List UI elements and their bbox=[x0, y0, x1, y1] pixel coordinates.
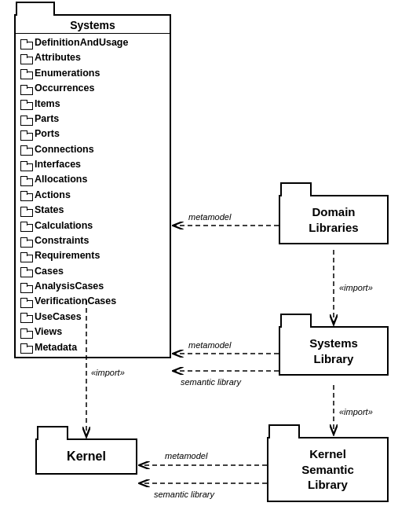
folder-icon bbox=[20, 145, 31, 153]
semantic-library-label-2: semantic library bbox=[154, 490, 216, 499]
folder-icon bbox=[20, 267, 31, 275]
list-item: VerificationCases bbox=[20, 294, 165, 309]
item-label: AnalysisCases bbox=[35, 279, 104, 294]
list-item: AnalysisCases bbox=[20, 279, 165, 294]
list-item: Metadata bbox=[20, 340, 165, 355]
item-label: Allocations bbox=[35, 172, 87, 187]
list-item: Items bbox=[20, 97, 165, 112]
import-label-1: «import» bbox=[339, 283, 373, 292]
metamodel-label-2: metamodel bbox=[188, 340, 232, 350]
folder-icon bbox=[20, 69, 31, 77]
item-label: Enumerations bbox=[35, 66, 100, 81]
systems-package-box: Systems DefinitionAndUsage Attributes En… bbox=[14, 14, 171, 358]
list-item: Parts bbox=[20, 112, 165, 127]
list-item: Occurrences bbox=[20, 81, 165, 96]
item-label: Occurrences bbox=[35, 81, 94, 96]
list-item: Ports bbox=[20, 127, 165, 141]
semantic-library-label-1: semantic library bbox=[181, 377, 243, 387]
list-item: Calculations bbox=[20, 218, 165, 233]
list-item: Allocations bbox=[20, 172, 165, 187]
folder-icon bbox=[20, 100, 31, 108]
metamodel-label-1: metamodel bbox=[188, 212, 232, 222]
kernel-tab bbox=[37, 426, 68, 440]
list-item: Connections bbox=[20, 142, 165, 157]
folder-icon bbox=[20, 191, 31, 199]
folder-icon bbox=[20, 130, 31, 138]
list-item: Interfaces bbox=[20, 157, 165, 172]
domain-libraries-tab bbox=[280, 182, 312, 196]
item-label: Actions bbox=[35, 188, 71, 203]
item-label: Items bbox=[35, 97, 60, 112]
domain-libraries-box: DomainLibraries bbox=[279, 195, 389, 244]
item-label: Metadata bbox=[35, 340, 77, 355]
systems-library-box: SystemsLibrary bbox=[279, 326, 389, 376]
folder-icon bbox=[20, 343, 31, 351]
systems-package-items: DefinitionAndUsage Attributes Enumeratio… bbox=[16, 34, 170, 357]
kernel-semantic-library-box: KernelSemanticLibrary bbox=[267, 437, 389, 502]
item-label: Connections bbox=[35, 142, 94, 157]
list-item: Attributes bbox=[20, 50, 165, 65]
item-label: Cases bbox=[35, 264, 64, 279]
item-label: Attributes bbox=[35, 50, 81, 65]
folder-icon bbox=[20, 237, 31, 245]
folder-icon bbox=[20, 176, 31, 184]
import-label-3: «import» bbox=[91, 368, 125, 377]
domain-libraries-title: DomainLibraries bbox=[280, 196, 387, 243]
list-item: Actions bbox=[20, 188, 165, 203]
list-item: States bbox=[20, 203, 165, 218]
folder-icon bbox=[20, 85, 31, 93]
list-item: Requirements bbox=[20, 248, 165, 263]
folder-icon bbox=[20, 283, 31, 291]
folder-icon bbox=[20, 313, 31, 321]
folder-icon bbox=[20, 161, 31, 169]
item-label: Calculations bbox=[35, 218, 93, 233]
systems-package-title: Systems bbox=[16, 16, 170, 34]
folder-icon bbox=[20, 39, 31, 47]
item-label: States bbox=[35, 203, 64, 218]
list-item: Enumerations bbox=[20, 66, 165, 81]
folder-icon bbox=[20, 54, 31, 62]
list-item: UseCases bbox=[20, 310, 165, 325]
item-label: Requirements bbox=[35, 248, 100, 263]
diagram: Systems DefinitionAndUsage Attributes En… bbox=[0, 0, 420, 532]
item-label: Interfaces bbox=[35, 157, 81, 172]
kernel-title: Kernel bbox=[37, 440, 136, 473]
list-item: Cases bbox=[20, 264, 165, 279]
item-label: VerificationCases bbox=[35, 294, 116, 309]
item-label: UseCases bbox=[35, 310, 82, 325]
folder-icon bbox=[20, 328, 31, 336]
folder-icon bbox=[20, 298, 31, 306]
item-label: Constraints bbox=[35, 233, 89, 248]
item-label: Parts bbox=[35, 112, 59, 127]
item-label: DefinitionAndUsage bbox=[35, 35, 128, 50]
list-item: Views bbox=[20, 325, 165, 339]
folder-icon bbox=[20, 207, 31, 215]
systems-package-tab bbox=[16, 2, 55, 16]
kernel-box: Kernel bbox=[35, 438, 137, 475]
item-label: Views bbox=[35, 325, 62, 339]
folder-icon bbox=[20, 252, 31, 260]
import-label-2: «import» bbox=[339, 407, 373, 416]
item-label: Ports bbox=[35, 127, 60, 141]
systems-library-tab bbox=[280, 314, 312, 328]
systems-library-title: SystemsLibrary bbox=[280, 328, 387, 374]
metamodel-label-3: metamodel bbox=[165, 451, 208, 460]
kernel-semantic-library-tab bbox=[268, 424, 300, 438]
list-item: DefinitionAndUsage bbox=[20, 35, 165, 50]
folder-icon bbox=[20, 222, 31, 229]
list-item: Constraints bbox=[20, 233, 165, 248]
kernel-semantic-library-title: KernelSemanticLibrary bbox=[268, 438, 387, 501]
folder-icon bbox=[20, 116, 31, 123]
